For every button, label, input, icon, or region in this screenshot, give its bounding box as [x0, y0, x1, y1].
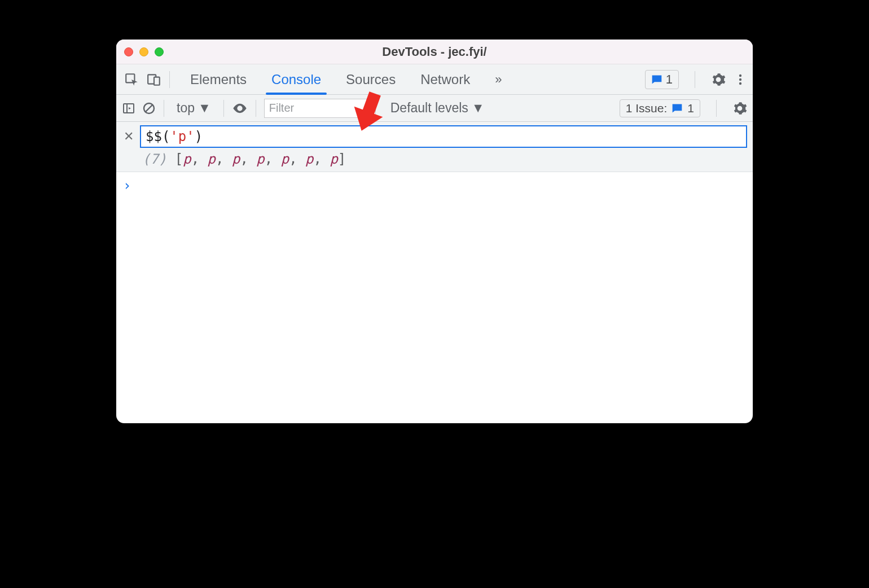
more-tabs-button[interactable]: »	[482, 64, 514, 94]
result-element[interactable]: p	[232, 151, 240, 167]
messages-badge[interactable]: 1	[645, 70, 679, 89]
console-toolbar: top ▼ Default levels ▼ 1 Issue: 1	[116, 95, 753, 122]
live-expression-eye-icon[interactable]	[232, 100, 248, 116]
show-console-sidebar-icon[interactable]	[122, 102, 135, 115]
log-levels-selector[interactable]: Default levels ▼	[386, 99, 489, 117]
tab-sources[interactable]: Sources	[333, 64, 408, 94]
titlebar: DevTools - jec.fyi/	[116, 40, 753, 64]
result-element[interactable]: p	[183, 151, 191, 167]
console-settings-gear-icon[interactable]	[732, 101, 747, 116]
filter-input[interactable]	[264, 99, 376, 118]
tab-elements[interactable]: Elements	[178, 64, 259, 94]
issues-button[interactable]: 1 Issue: 1	[620, 99, 700, 117]
result-element[interactable]: p	[256, 151, 264, 167]
separator	[716, 100, 717, 117]
devtools-window: DevTools - jec.fyi/ Elements Console Sou…	[116, 40, 753, 423]
separator	[695, 71, 695, 88]
context-selector[interactable]: top ▼	[172, 99, 216, 117]
close-window-button[interactable]	[124, 47, 133, 56]
expression-code: $$('p')	[146, 129, 203, 144]
dropdown-caret-icon: ▼	[472, 100, 485, 116]
result-element[interactable]: p	[208, 151, 216, 167]
live-expression-row: ✕ $$('p') (7) [p, p, p, p, p, p, p]	[116, 122, 753, 172]
result-element[interactable]: p	[281, 151, 289, 167]
device-toggle-icon[interactable]	[147, 72, 161, 87]
message-icon	[672, 103, 683, 114]
context-label: top	[177, 100, 195, 116]
prompt-chevron-icon: ›	[123, 178, 131, 194]
toolbar-left-icons	[124, 72, 161, 87]
traffic-lights	[124, 47, 164, 56]
settings-gear-icon[interactable]	[711, 72, 726, 87]
issues-label: 1 Issue:	[626, 102, 668, 115]
svg-point-3	[739, 74, 741, 76]
result-count: (7)	[142, 151, 175, 167]
svg-point-5	[739, 82, 741, 84]
result-element[interactable]: p	[330, 151, 337, 167]
separator	[256, 100, 256, 117]
svg-point-8	[238, 107, 241, 109]
live-expression-input[interactable]: $$('p')	[140, 125, 747, 148]
message-icon	[651, 74, 662, 85]
separator	[164, 100, 164, 117]
tab-console[interactable]: Console	[259, 64, 333, 94]
result-element[interactable]: p	[305, 151, 313, 167]
fullscreen-window-button[interactable]	[155, 47, 164, 56]
minimize-window-button[interactable]	[139, 47, 148, 56]
live-expression-result: (7) [p, p, p, p, p, p, p]	[142, 151, 747, 167]
levels-label: Default levels	[390, 100, 468, 116]
toolbar-right: 1	[645, 70, 747, 89]
tab-network[interactable]: Network	[408, 64, 482, 94]
panel-tabs: Elements Console Sources Network »	[178, 64, 514, 94]
separator	[169, 71, 170, 88]
result-elements: p, p, p, p, p, p, p	[183, 151, 338, 167]
clear-console-icon[interactable]	[142, 102, 156, 115]
window-title: DevTools - jec.fyi/	[116, 45, 753, 59]
close-icon[interactable]: ✕	[122, 129, 135, 144]
console-prompt[interactable]: ›	[116, 172, 753, 199]
separator	[223, 100, 224, 117]
issues-count: 1	[687, 102, 694, 115]
svg-rect-2	[154, 77, 160, 85]
messages-count: 1	[666, 72, 673, 87]
dropdown-caret-icon: ▼	[198, 100, 211, 116]
main-tabstrip: Elements Console Sources Network » 1	[116, 64, 753, 95]
svg-point-4	[739, 78, 741, 80]
kebab-menu-icon[interactable]	[734, 73, 747, 86]
inspect-element-icon[interactable]	[124, 72, 139, 87]
